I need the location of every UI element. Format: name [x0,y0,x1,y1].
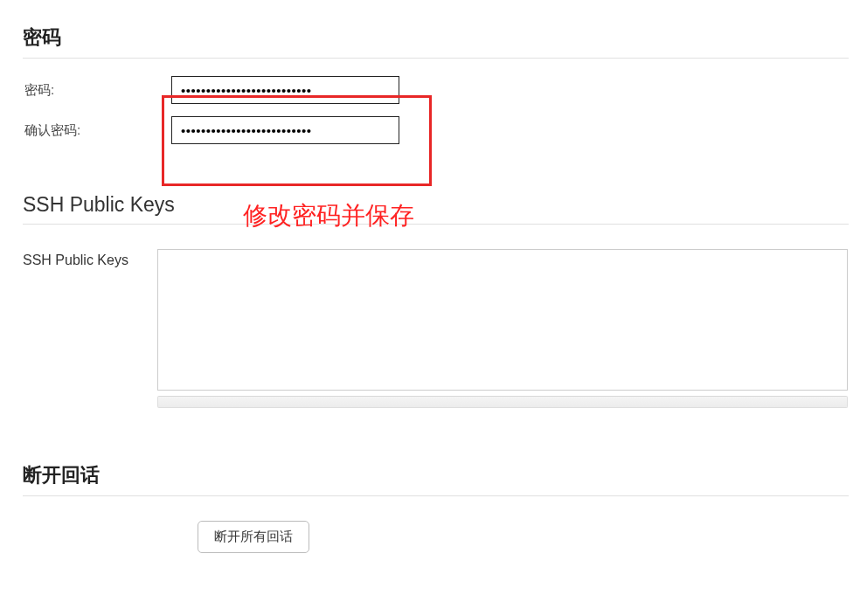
disconnect-all-button[interactable]: 断开所有回话 [198,521,309,553]
ssh-row: SSH Public Keys [23,249,860,391]
disconnect-section: 断开回话 断开所有回话 [23,462,860,553]
password-section: 密码 密码: 确认密码: [23,24,860,144]
disconnect-section-heading: 断开回话 [23,462,849,496]
password-section-heading: 密码 [23,24,849,59]
annotation-text: 修改密码并保存 [243,199,414,232]
password-row: 密码: [23,76,860,104]
confirm-password-row: 确认密码: [23,116,860,144]
ssh-section-heading: SSH Public Keys [23,193,849,225]
ssh-scrollbar[interactable] [157,396,848,408]
password-label: 密码: [23,82,171,99]
ssh-label: SSH Public Keys [23,249,157,268]
ssh-section: SSH Public Keys SSH Public Keys [23,193,860,408]
confirm-password-input[interactable] [171,116,399,144]
confirm-password-label: 确认密码: [23,122,171,139]
ssh-textarea[interactable] [157,249,848,391]
password-input[interactable] [171,76,399,104]
